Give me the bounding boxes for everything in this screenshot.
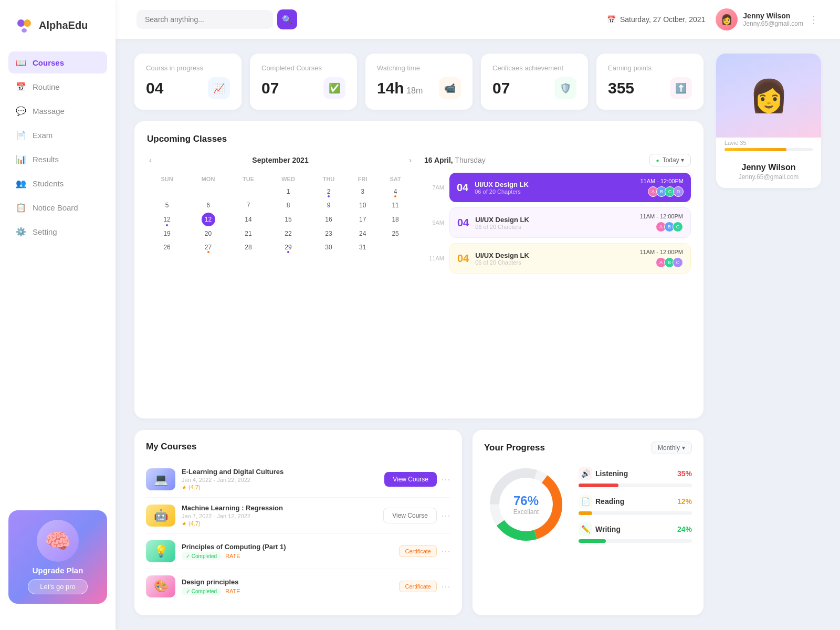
schedule-event-1[interactable]: 04 UI/UX Design LK 06 of 20 Chapters 11A… [449, 207, 691, 238]
progress-filter-button[interactable]: Monthly ▾ [651, 442, 692, 454]
svg-point-1 [24, 19, 31, 27]
stat-value-complex-2: 14h 18m [377, 79, 423, 97]
cal-day[interactable] [148, 185, 186, 198]
cal-day[interactable] [230, 185, 266, 198]
schedule-time-1: 9AM [424, 219, 444, 226]
profile-bar-bg [724, 148, 813, 151]
course-title-1: Machine Learning : Regression [182, 504, 377, 512]
cal-day[interactable]: 9 [310, 199, 347, 212]
header-date: 📅 Saturday, 27 Octber, 2021 [607, 15, 705, 24]
course-item-1: 🤖 Machine Learning : Regression Jan 7, 2… [146, 498, 450, 534]
cal-day[interactable]: 2 [310, 185, 347, 198]
schedule-date: 16 April, Thursday ● Today ▾ [424, 154, 691, 166]
view-course-button-1[interactable]: View Course [383, 508, 437, 523]
cal-day[interactable]: 23 [310, 227, 347, 240]
prog-stat-header-reading: 📄 Reading 12% [579, 495, 692, 508]
schedule-event-2[interactable]: 04 UI/UX Design LK 06 of 20 Chapters 11A… [449, 243, 691, 274]
event-time-badge-1: 11AM - 12:00PM [639, 213, 683, 219]
cal-day[interactable]: 18 [378, 213, 413, 226]
schedule-event-0[interactable]: 04 UI/UX Design LK 06 of 20 Chapters 11A… [449, 173, 691, 202]
sidebar-item-setting[interactable]: ⚙️ Setting [8, 220, 107, 243]
writing-label: Writing [595, 525, 621, 533]
cal-day[interactable]: 5 [148, 199, 186, 212]
cal-next-button[interactable]: › [407, 154, 414, 166]
cal-day[interactable]: 29 [267, 241, 309, 254]
course-thumb-2: 💡 [146, 540, 175, 562]
cal-day[interactable]: 28 [230, 241, 266, 254]
certificate-badge-3[interactable]: Certificate [399, 581, 437, 592]
dashboard-left: Courss in progress 04 📈 Completed Course… [134, 54, 704, 615]
avatar-3b: C [673, 222, 683, 232]
cal-day[interactable]: 17 [348, 213, 377, 226]
stat-value-row-0: 04 📈 [146, 77, 230, 99]
stat-icon-0: 📈 [208, 77, 230, 99]
cal-day[interactable]: 31 [348, 241, 377, 254]
listening-label: Listening [595, 469, 628, 478]
cal-day[interactable]: 16 [310, 213, 347, 226]
cal-day[interactable]: 19 [148, 227, 186, 240]
upgrade-button[interactable]: Let's go pro [28, 579, 88, 594]
logo: AlphaEdu [0, 16, 116, 51]
profile-email: Jenny.65@gmail.com [724, 173, 813, 181]
completed-badge-3: ✓ Completed [182, 587, 221, 595]
progress-filter-label: Monthly [658, 444, 680, 452]
cal-day[interactable]: 3 [348, 185, 377, 198]
stat-card-courses-in-progress: Courss in progress 04 📈 [134, 54, 242, 110]
search-button[interactable]: 🔍 [277, 9, 297, 29]
sidebar-item-results[interactable]: 📊 Results [8, 148, 107, 170]
setting-icon: ⚙️ [16, 226, 26, 237]
course-dots-1[interactable]: ⋯ [441, 510, 450, 521]
header-menu-dots[interactable]: ⋮ [808, 13, 819, 26]
certificate-badge-2[interactable]: Certificate [399, 545, 437, 557]
today-button[interactable]: ● Today ▾ [649, 154, 691, 166]
cal-day[interactable]: 27 [187, 241, 229, 254]
cal-day[interactable]: 24 [348, 227, 377, 240]
cal-prev-button[interactable]: ‹ [147, 154, 154, 166]
cal-day[interactable]: 22 [267, 227, 309, 240]
cal-day[interactable] [187, 185, 229, 198]
course-dots-2[interactable]: ⋯ [441, 545, 450, 557]
cal-day[interactable]: 11 [378, 199, 413, 212]
search-input[interactable] [136, 10, 273, 29]
cal-day[interactable]: 15 [267, 213, 309, 226]
donut-chart: 76% Excellant [484, 463, 568, 547]
cal-day[interactable] [378, 241, 413, 254]
reading-percentage: 12% [677, 497, 692, 506]
schedule-item-1: 9AM 04 UI/UX Design LK 06 of 20 Chapters [424, 207, 691, 238]
cal-day[interactable]: 26 [148, 241, 186, 254]
schedule-item-0: 7AM 04 UI/UX Design LK 06 of 20 Chapters [424, 173, 691, 202]
upcoming-title: Upcoming Classes [147, 134, 691, 144]
donut-percentage: 76% [513, 494, 539, 508]
sidebar-item-exam[interactable]: 📄 Exam [8, 124, 107, 146]
cal-day[interactable]: 1 [267, 185, 309, 198]
cal-day[interactable]: 10 [348, 199, 377, 212]
cal-day[interactable]: 21 [230, 227, 266, 240]
cal-day[interactable]: 20 [187, 227, 229, 240]
cal-day[interactable]: 30 [310, 241, 347, 254]
view-course-button-0[interactable]: View Course [384, 472, 437, 487]
cal-dow-thu: THU [310, 174, 347, 184]
stat-label-3: Cerificaes achievement [492, 64, 576, 72]
profile-name: Jenny Wilson [724, 163, 813, 172]
cal-day[interactable]: 6 [187, 199, 229, 212]
profile-age-label: Lavie 35 [724, 140, 747, 146]
schedule-panel: 16 April, Thursday ● Today ▾ 7AM [424, 154, 691, 274]
stat-value-1: 07 [261, 79, 279, 97]
app-name: AlphaEdu [39, 19, 88, 32]
cal-day[interactable]: 12 [148, 213, 186, 226]
sidebar-item-students[interactable]: 👥 Students [8, 172, 107, 194]
cal-day[interactable]: 8 [267, 199, 309, 212]
sidebar-item-courses[interactable]: 📖 Courses [8, 51, 107, 74]
course-dots-3[interactable]: ⋯ [441, 581, 450, 592]
schedule-time-2: 11AM [424, 255, 444, 261]
cal-day[interactable]: 7 [230, 199, 266, 212]
sidebar-item-massage[interactable]: 💬 Massage [8, 100, 107, 122]
cal-day[interactable]: 12 [187, 213, 229, 226]
course-dots-0[interactable]: ⋯ [441, 474, 450, 485]
cal-day[interactable]: 4 [378, 185, 413, 198]
sidebar-item-notice-board[interactable]: 📋 Notice Board [8, 196, 107, 218]
sidebar-item-routine[interactable]: 📅 Routine [8, 76, 107, 98]
cal-dow-sat: SAT [378, 174, 413, 184]
cal-day[interactable]: 14 [230, 213, 266, 226]
cal-day[interactable]: 25 [378, 227, 413, 240]
